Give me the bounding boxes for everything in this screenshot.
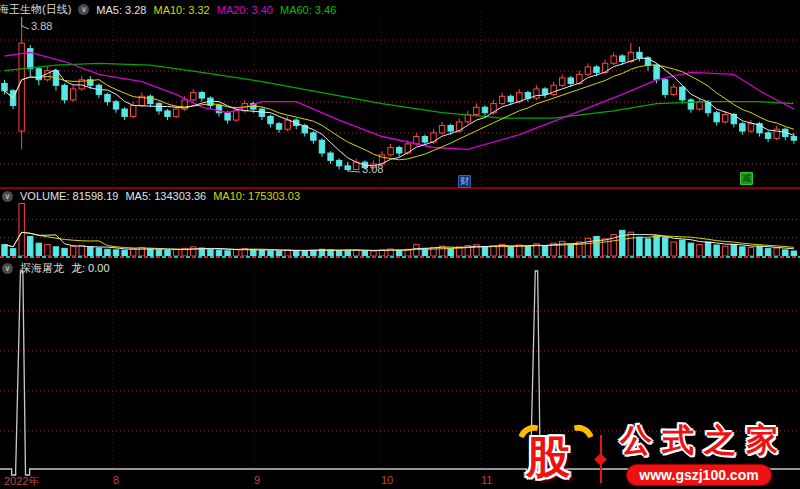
site-url-pill: www.gszj100.com — [627, 465, 770, 485]
month-label: 8 — [113, 474, 119, 486]
volume-ma10-label: MA10: 175303.03 — [213, 190, 300, 202]
ma5-label: MA5: 3.28 — [96, 4, 146, 16]
price-panel[interactable] — [0, 0, 800, 189]
ma10-label: MA10: 3.32 — [153, 4, 209, 16]
indicator-value: 龙: 0.00 — [71, 261, 110, 276]
volume-ma5-label: MA5: 134303.36 — [125, 190, 206, 202]
panel-separator — [0, 187, 800, 189]
price-low-label: 3.08 — [362, 163, 383, 175]
stock-character: 股 — [526, 435, 570, 481]
month-label: 9 — [254, 474, 260, 486]
collapse-icon[interactable]: ∨ — [2, 191, 13, 202]
ma60-label: MA60: 3.46 — [280, 4, 336, 16]
finance-news-marker-icon[interactable]: 财 — [458, 175, 471, 188]
volume-label: VOLUME: 81598.19 — [20, 190, 118, 202]
ma20-label: MA20: 3.40 — [217, 4, 273, 16]
logo-divider — [600, 435, 602, 483]
indicator-header: ∨ 探海屠龙 龙: 0.00 — [2, 261, 110, 276]
brand-title: 公式之家 — [610, 419, 788, 463]
price-high-label: 3.88 — [31, 20, 52, 32]
holding-reduction-marker-icon[interactable]: 减 — [740, 172, 753, 185]
month-label: 11 — [481, 474, 492, 486]
collapse-icon[interactable]: ∨ — [2, 263, 13, 274]
collapse-icon[interactable]: ∨ — [78, 4, 89, 15]
watermark-logo: 股 公式之家 www.gszj100.com — [520, 419, 788, 485]
diamond-icon — [594, 453, 607, 466]
month-label: 10 — [381, 474, 393, 486]
year-label: 2022年 — [4, 474, 39, 489]
dashed-separator — [0, 256, 800, 258]
indicator-name: 探海屠龙 — [20, 261, 64, 276]
stock-chart-window: 海王生物(日线) ∨ MA5: 3.28 MA10: 3.32 MA20: 3.… — [0, 0, 800, 489]
price-header: 海王生物(日线) ∨ MA5: 3.28 MA10: 3.32 MA20: 3.… — [0, 2, 336, 17]
stock-title: 海王生物(日线) — [0, 2, 71, 17]
bull-stock-logo: 股 — [520, 425, 592, 485]
volume-gridlines — [0, 219, 800, 237]
volume-header: ∨ VOLUME: 81598.19 MA5: 134303.36 MA10: … — [2, 190, 300, 202]
